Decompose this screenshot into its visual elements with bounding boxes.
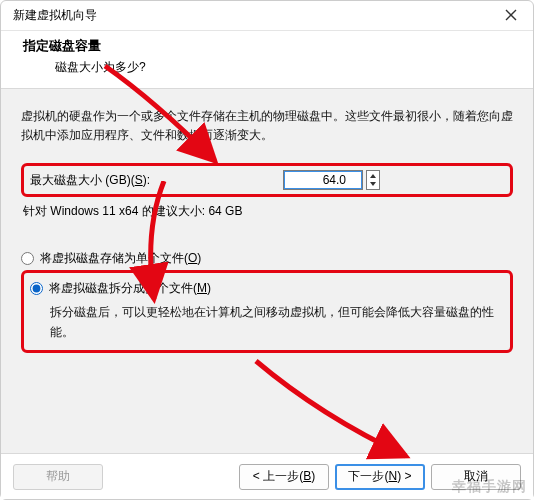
recommend-suffix: 的建议大小: 64 GB <box>138 204 242 218</box>
split-file-highlight: 将虚拟磁盘拆分成多个文件(M) 拆分磁盘后，可以更轻松地在计算机之间移动虚拟机，… <box>21 270 513 352</box>
recommended-size: 针对 Windows 11 x64 的建议大小: 64 GB <box>23 203 513 220</box>
help-button[interactable]: 帮助 <box>13 464 103 490</box>
next-button[interactable]: 下一步(N) > <box>335 464 425 490</box>
back-button[interactable]: < 上一步(B) <box>239 464 329 490</box>
radio-split-prefix: 将虚拟磁盘拆分成多个文件( <box>49 281 197 295</box>
disk-size-label-prefix: 最大磁盘大小 (GB)( <box>30 173 135 187</box>
recommend-prefix: 针对 <box>23 204 50 218</box>
disk-size-label-suffix: ): <box>143 173 150 187</box>
disk-size-input[interactable] <box>283 170 363 190</box>
radio-single-prefix: 将虚拟磁盘存储为单个文件( <box>40 251 188 265</box>
recommend-os: Windows 11 x64 <box>50 204 138 218</box>
back-suffix: ) <box>311 469 315 483</box>
cancel-button[interactable]: 取消 <box>431 464 521 490</box>
disk-size-spinner[interactable] <box>366 170 380 190</box>
disk-description: 虚拟机的硬盘作为一个或多个文件存储在主机的物理磁盘中。这些文件最初很小，随着您向… <box>21 107 513 145</box>
next-hotkey: N <box>388 469 397 483</box>
disk-size-highlight: 最大磁盘大小 (GB)(S): <box>21 163 513 197</box>
back-prefix: < 上一步( <box>253 469 303 483</box>
next-suffix: ) > <box>397 469 411 483</box>
radio-single-hotkey: O <box>188 251 197 265</box>
close-button[interactable] <box>497 4 525 28</box>
titlebar: 新建虚拟机向导 <box>1 1 533 31</box>
radio-split-suffix: ) <box>207 281 211 295</box>
close-icon <box>505 8 517 24</box>
back-hotkey: B <box>303 469 311 483</box>
radio-single-file[interactable]: 将虚拟磁盘存储为单个文件(O) <box>21 250 513 267</box>
page-subheading: 磁盘大小为多少? <box>55 59 513 76</box>
button-bar: 帮助 < 上一步(B) 下一步(N) > 取消 <box>1 453 533 499</box>
disk-size-label-hotkey: S <box>135 173 143 187</box>
wizard-window: 新建虚拟机向导 指定磁盘容量 磁盘大小为多少? 虚拟机的硬盘作为一个或多个文件存… <box>0 0 534 500</box>
page-heading: 指定磁盘容量 <box>23 37 513 55</box>
wizard-content: 虚拟机的硬盘作为一个或多个文件存储在主机的物理磁盘中。这些文件最初很小，随着您向… <box>1 89 533 453</box>
disk-size-label: 最大磁盘大小 (GB)(S): <box>30 172 150 189</box>
radio-split-file-input[interactable] <box>30 282 43 295</box>
disk-size-row: 最大磁盘大小 (GB)(S): <box>30 170 504 190</box>
split-description: 拆分磁盘后，可以更轻松地在计算机之间移动虚拟机，但可能会降低大容量磁盘的性能。 <box>50 303 502 341</box>
radio-split-file[interactable]: 将虚拟磁盘拆分成多个文件(M) <box>30 280 502 297</box>
window-title: 新建虚拟机向导 <box>13 7 97 24</box>
wizard-header: 指定磁盘容量 磁盘大小为多少? <box>1 31 533 89</box>
radio-split-hotkey: M <box>197 281 207 295</box>
radio-single-file-input[interactable] <box>21 252 34 265</box>
radio-split-file-label: 将虚拟磁盘拆分成多个文件(M) <box>49 280 211 297</box>
next-prefix: 下一步( <box>348 469 388 483</box>
radio-single-suffix: ) <box>197 251 201 265</box>
radio-single-file-label: 将虚拟磁盘存储为单个文件(O) <box>40 250 201 267</box>
